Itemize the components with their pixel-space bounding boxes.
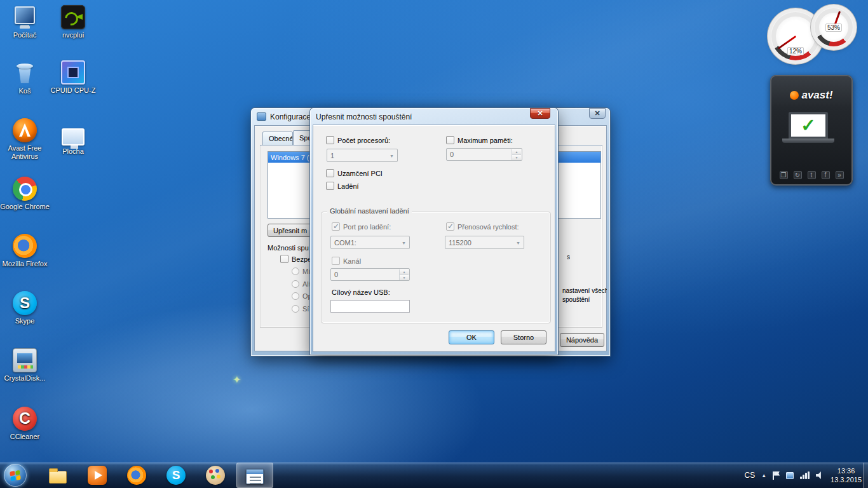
windows-logo-icon (10, 470, 21, 480)
desktop-folder-icon (62, 128, 85, 146)
max-memory-input[interactable]: 0 ▲ ▼ (446, 148, 522, 161)
desktop-icon-ccleaner[interactable]: CCleaner (0, 407, 50, 441)
twitter-icon[interactable]: t (808, 171, 816, 179)
icon-label: CCleaner (10, 433, 39, 440)
desktop-icon-chrome[interactable]: Google Chrome (0, 177, 50, 211)
taskbar-item-paint[interactable] (197, 463, 234, 488)
pci-lock-checkbox[interactable]: Uzamčení PCI (326, 169, 383, 177)
media-player-icon (88, 466, 107, 485)
cancel-button[interactable]: Storno (501, 330, 546, 344)
avast-links: ❐ ↻ t f » (770, 171, 853, 179)
debug-port-value: COM1: (334, 239, 356, 247)
baud-rate-select[interactable]: 115200 ▼ (445, 236, 524, 249)
max-memory-value: 0 (450, 151, 454, 158)
start-button[interactable] (4, 464, 27, 487)
debug-port-label: Port pro ladění: (343, 223, 391, 231)
spin-down-icon[interactable]: ▼ (512, 154, 521, 160)
action-center-flag-icon[interactable] (773, 471, 780, 480)
taskbar-item-media-player[interactable] (79, 463, 116, 488)
ok-button[interactable]: OK (449, 330, 494, 344)
desktop-icon-skype[interactable]: Skype (0, 291, 50, 325)
num-processors-select[interactable]: 1 ▼ (327, 149, 398, 162)
gadget-cpu-gauge[interactable]: 12% (771, 11, 820, 61)
chevron-down-icon: ▼ (402, 241, 406, 245)
debug-checkbox[interactable]: Ladění (326, 182, 359, 190)
desktop-icon-kos[interactable]: Koš (0, 61, 50, 95)
desktop-icon-pocitac[interactable]: Počítač (0, 5, 50, 39)
num-processors-label: Počet procesorů: (337, 137, 390, 144)
debug-port-select[interactable]: COM1: ▼ (330, 236, 410, 249)
window-icon[interactable]: ❐ (780, 171, 788, 179)
desktop-icon-firefox[interactable]: Mozilla Firefox (0, 234, 50, 268)
baud-rate-checkbox[interactable]: Přenosová rychlost: (446, 222, 519, 231)
chevron-down-icon: ▼ (516, 241, 520, 245)
volume-icon[interactable] (816, 471, 824, 479)
desktop-icon-nvcplui[interactable]: nvcplui (48, 5, 98, 39)
help-button[interactable]: Nápověda (560, 333, 604, 347)
show-desktop-button[interactable] (863, 463, 868, 488)
chevron-down-icon: ▼ (390, 154, 394, 158)
dialog-close-button[interactable]: ✕ (530, 108, 550, 119)
gadget-ram-gauge[interactable]: 53% (814, 8, 853, 47)
network-icon[interactable] (800, 471, 810, 479)
global-debug-group-label: Globální nastavení ladění (327, 207, 412, 215)
checkbox-box (326, 136, 334, 144)
checkbox-box (280, 255, 288, 263)
tray-expand-icon[interactable]: ▲ (761, 473, 766, 478)
desktop-icon-crystaldisk[interactable]: CrystalDisk... (0, 348, 50, 383)
checkbox-box (326, 169, 334, 177)
cpuz-icon (61, 60, 85, 85)
num-processors-checkbox[interactable]: Počet procesorů: (326, 136, 390, 144)
channel-checkbox[interactable]: Kanál (332, 257, 361, 265)
channel-input[interactable]: 0 ▲ ▼ (330, 268, 410, 281)
baud-rate-label: Přenosová rychlost: (458, 223, 519, 231)
desktop-icon-cpuz[interactable]: CPUID CPU-Z (48, 60, 98, 95)
tray-app-icon[interactable] (786, 472, 794, 479)
taskbar-item-skype[interactable] (158, 463, 194, 488)
dialog-titlebar[interactable]: Upřesnit možnosti spouštění (310, 108, 558, 125)
skype-icon (13, 291, 37, 315)
taskbar-item-msconfig[interactable] (236, 463, 273, 488)
spin-up-icon[interactable]: ▲ (399, 269, 409, 274)
checkbox-box (446, 136, 454, 144)
facebook-icon[interactable]: f (822, 171, 830, 179)
msconfig-icon (246, 469, 264, 484)
refresh-icon[interactable]: ↻ (794, 171, 802, 179)
skype-icon (166, 466, 186, 485)
tray-clock[interactable]: 13:36 13.3.2015 (831, 466, 862, 484)
dialog-title: Upřesnit možnosti spouštění (316, 112, 412, 121)
desktop-icon-avast[interactable]: Avast Free Antivirus (0, 118, 50, 161)
msconfig-close-button[interactable]: ✕ (589, 108, 606, 119)
tray-date: 13.3.2015 (831, 475, 862, 484)
global-debug-group: Globální nastavení ladění Port pro laděn… (321, 212, 551, 323)
icon-label: Koš (19, 87, 31, 95)
advanced-options-label: Upřesnit m (273, 227, 307, 234)
radio-dot (292, 280, 299, 288)
icon-label: Avast Free Antivirus (8, 144, 42, 160)
recycle-bin-icon (13, 61, 37, 85)
taskbar-item-explorer[interactable] (39, 463, 76, 488)
tab-obecne[interactable]: Obecné (262, 132, 293, 146)
radio-network[interactable]: Síť (292, 305, 312, 313)
wallpaper-sparkle: ✦ (233, 374, 241, 386)
close-icon: ✕ (537, 110, 543, 117)
taskbar-item-firefox[interactable] (118, 463, 155, 488)
ok-button-label: OK (466, 334, 477, 341)
cancel-button-label: Storno (513, 334, 534, 341)
spin-up-icon[interactable]: ▲ (512, 149, 521, 154)
usb-target-input[interactable] (330, 300, 410, 313)
ram-percent: 53% (825, 24, 842, 32)
spin-down-icon[interactable]: ▼ (399, 274, 409, 280)
desktop-icon-plocha[interactable]: Plocha (48, 126, 98, 156)
avast-widget[interactable]: avast! ✓ ❐ ↻ t f » (770, 75, 853, 186)
max-memory-checkbox[interactable]: Maximum paměti: (446, 136, 513, 144)
right-column-fragment: spouštění (562, 296, 607, 303)
tab-label: Obecné (269, 135, 293, 142)
rss-icon[interactable]: » (836, 171, 844, 179)
radio-dot (292, 292, 299, 300)
tray-language[interactable]: CS (744, 471, 755, 480)
icon-label: CrystalDisk... (4, 374, 46, 382)
paint-icon (206, 466, 225, 485)
debug-port-checkbox[interactable]: Port pro ladění: (332, 222, 391, 231)
desktop: ✦ Počítač nvcplui Koš CPUID CPU-Z Avast … (0, 0, 868, 488)
